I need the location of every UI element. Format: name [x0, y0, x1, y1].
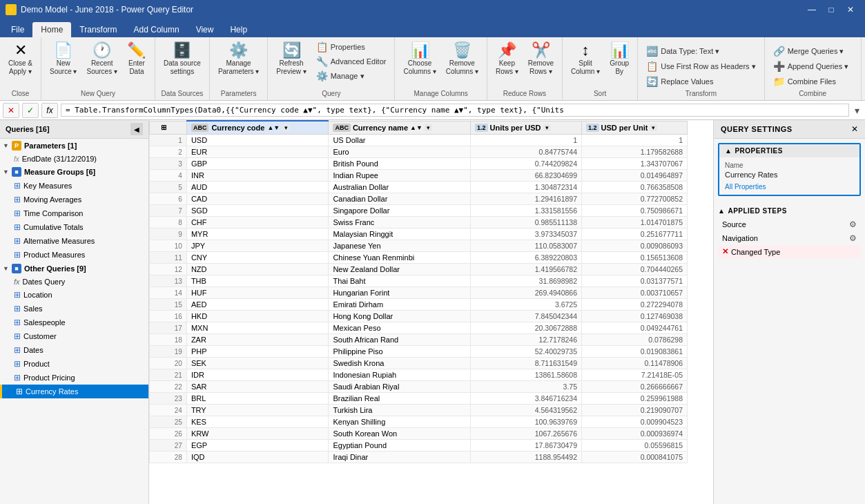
- sidebar-collapse-button[interactable]: ◀: [130, 123, 143, 135]
- sidebar-item-cumulative-totals[interactable]: ⊞ Cumulative Totals: [0, 220, 148, 234]
- col-filter-name[interactable]: ▾: [425, 124, 432, 131]
- advanced-editor-button[interactable]: 🔧 Advanced Editor: [312, 55, 391, 68]
- sidebar-item-location[interactable]: ⊞ Location: [0, 288, 148, 302]
- tab-file[interactable]: File: [3, 22, 32, 37]
- all-properties-link[interactable]: All Properties: [719, 183, 859, 195]
- sidebar-item-salespeople[interactable]: ⊞ Salespeople: [0, 316, 148, 329]
- tab-home[interactable]: Home: [32, 22, 71, 37]
- table-row[interactable]: 8 CHF Swiss Franc 0.985511138 1.01470187…: [150, 217, 688, 229]
- sidebar-item-product-pricing[interactable]: ⊞ Product Pricing: [0, 371, 148, 385]
- merge-queries-button[interactable]: 🔗 Merge Queries ▾: [769, 44, 848, 58]
- table-row[interactable]: 24 TRY Turkish Lira 4.564319562 0.219090…: [150, 405, 688, 416]
- step-source[interactable]: Source ⚙: [718, 217, 861, 231]
- step-changed-type[interactable]: ✕ Changed Type: [718, 245, 861, 258]
- data-source-settings-button[interactable]: 🗄️ Data sourcesettings: [159, 40, 205, 79]
- col-filter-usd[interactable]: ▾: [650, 124, 657, 131]
- close-apply-button[interactable]: ✕ Close &Apply ▾: [4, 40, 37, 79]
- refresh-preview-button[interactable]: 🔄 RefreshPreview ▾: [272, 40, 310, 79]
- table-row[interactable]: 21 IDR Indonesian Rupiah 13861.58608 7.2…: [150, 369, 688, 381]
- tab-transform[interactable]: Transform: [71, 22, 125, 37]
- table-row[interactable]: 5 AUD Australian Dollar 1.304872314 0.76…: [150, 182, 688, 193]
- replace-values-button[interactable]: 🔄 Replace Values: [642, 75, 717, 88]
- table-row[interactable]: 1 USD US Dollar 1 1: [150, 135, 688, 146]
- properties-section-header[interactable]: ▲ PROPERTIES: [719, 144, 859, 157]
- table-row[interactable]: 19 PHP Philippine Piso 52.40029735 0.019…: [150, 346, 688, 358]
- maximize-button[interactable]: □: [822, 3, 840, 17]
- manage-button[interactable]: ⚙️ Manage ▾: [312, 69, 391, 83]
- table-row[interactable]: 22 SAR Saudi Arabian Riyal 3.75 0.266666…: [150, 381, 688, 393]
- table-row[interactable]: 4 INR Indian Rupee 66.82304699 0.0149648…: [150, 170, 688, 182]
- formula-fx-button[interactable]: fx: [41, 103, 58, 118]
- recent-sources-button[interactable]: 🕐 RecentSources ▾: [82, 40, 121, 79]
- minimize-button[interactable]: —: [803, 3, 821, 17]
- table-row[interactable]: 9 MYR Malaysian Ringgit 3.973345037 0.25…: [150, 229, 688, 240]
- table-row[interactable]: 13 THB Thai Baht 31.8698982 0.031377571: [150, 275, 688, 287]
- table-row[interactable]: 16 HKD Hong Kong Dollar 7.845042344 0.12…: [150, 311, 688, 322]
- table-row[interactable]: 2 EUR Euro 0.84775744 1.179582688: [150, 146, 688, 158]
- table-row[interactable]: 10 JPY Japanese Yen 110.0583007 0.009086…: [150, 240, 688, 252]
- sidebar-group-other-queries[interactable]: ▼ ■ Other Queries [9]: [0, 262, 148, 275]
- sidebar-group-measure-groups[interactable]: ▼ ■ Measure Groups [6]: [0, 165, 148, 179]
- sidebar-item-product[interactable]: ⊞ Product: [0, 357, 148, 371]
- col-filter-code[interactable]: ▾: [282, 124, 290, 131]
- applied-steps-header[interactable]: ▲ APPLIED STEPS: [718, 204, 861, 217]
- sidebar-item-enddate[interactable]: fx EndDate (31/12/2019): [0, 153, 148, 165]
- choose-columns-button[interactable]: 📊 ChooseColumns ▾: [399, 40, 440, 79]
- table-row[interactable]: 15 AED Emirati Dirham 3.6725 0.272294078: [150, 299, 688, 311]
- query-settings-close-button[interactable]: ✕: [851, 124, 858, 134]
- table-row[interactable]: 28 IQD Iraqi Dinar 1188.954492 0.0008410…: [150, 452, 688, 463]
- table-row[interactable]: 18 ZAR South African Rand 12.7178246 0.0…: [150, 334, 688, 346]
- table-row[interactable]: 7 SGD Singapore Dollar 1.331581556 0.750…: [150, 205, 688, 217]
- table-row[interactable]: 27 EGP Egyptian Pound 17.86730479 0.0559…: [150, 440, 688, 452]
- new-source-button[interactable]: 📄 NewSource ▾: [46, 40, 81, 79]
- data-type-button[interactable]: 🔤 Data Type: Text ▾: [642, 44, 723, 58]
- table-row[interactable]: 26 KRW South Korean Won 1067.265676 0.00…: [150, 428, 688, 440]
- sidebar-item-dates[interactable]: ⊞ Dates: [0, 343, 148, 357]
- combine-files-button[interactable]: 📁 Combine Files: [769, 75, 840, 88]
- keep-rows-button[interactable]: 📌 KeepRows ▾: [492, 40, 523, 79]
- col-filter-units[interactable]: ▾: [543, 124, 551, 131]
- sidebar-item-key-measures[interactable]: ⊞ Key Measures: [0, 179, 148, 193]
- manage-parameters-button[interactable]: ⚙️ ManageParameters ▾: [214, 40, 263, 79]
- table-row[interactable]: 25 KES Kenyan Shilling 100.9639769 0.009…: [150, 416, 688, 428]
- sidebar-item-customer[interactable]: ⊞ Customer: [0, 329, 148, 343]
- sidebar-item-moving-averages[interactable]: ⊞ Moving Averages: [0, 193, 148, 206]
- col-header-units-per-usd[interactable]: 1.2 Units per USD ▾: [471, 121, 582, 135]
- enter-data-button[interactable]: ✏️ EnterData: [123, 40, 150, 79]
- sidebar-item-alternative-measures[interactable]: ⊞ Alternative Measures: [0, 234, 148, 248]
- sidebar-item-product-measures[interactable]: ⊞ Product Measures: [0, 248, 148, 262]
- table-row[interactable]: 17 MXN Mexican Peso 20.30672888 0.049244…: [150, 322, 688, 334]
- col-header-currency-code[interactable]: ABC Currency code ▲▼ ▾: [186, 121, 329, 135]
- table-row[interactable]: 23 BRL Brazilian Real 3.846716234 0.2599…: [150, 393, 688, 405]
- table-row[interactable]: 20 SEK Swedish Krona 8.711631549 0.11478…: [150, 358, 688, 369]
- group-by-button[interactable]: 📊 GroupBy: [605, 40, 633, 79]
- formula-reject-button[interactable]: ✕: [3, 103, 19, 118]
- first-row-header-button[interactable]: 📋 Use First Row as Headers ▾: [642, 59, 759, 73]
- data-grid-wrapper[interactable]: ⊞ ABC Currency code ▲▼ ▾: [149, 120, 713, 504]
- step-navigation[interactable]: Navigation ⚙: [718, 231, 861, 245]
- split-column-button[interactable]: ↕️ SplitColumn ▾: [567, 40, 604, 79]
- formula-input[interactable]: [61, 104, 849, 117]
- sidebar-item-time-comparison[interactable]: ⊞ Time Comparison: [0, 206, 148, 220]
- tab-help[interactable]: Help: [222, 22, 255, 37]
- formula-expand-icon[interactable]: ▾: [852, 105, 862, 116]
- table-row[interactable]: 12 NZD New Zealand Dollar 1.419566782 0.…: [150, 264, 688, 275]
- step-source-settings-button[interactable]: ⚙: [849, 220, 857, 229]
- step-navigation-settings-button[interactable]: ⚙: [849, 233, 857, 243]
- close-button[interactable]: ✕: [842, 3, 859, 17]
- append-queries-button[interactable]: ➕ Append Queries ▾: [769, 59, 853, 73]
- table-row[interactable]: 11 CNY Chinese Yuan Renminbi 6.389220803…: [150, 252, 688, 264]
- tab-view[interactable]: View: [188, 22, 222, 37]
- table-row[interactable]: 6 CAD Canadian Dollar 1.294161897 0.7727…: [150, 193, 688, 205]
- sidebar-item-dates-query[interactable]: fx Dates Query: [0, 275, 148, 288]
- table-row[interactable]: 3 GBP British Pound 0.744209824 1.343707…: [150, 158, 688, 170]
- sidebar-item-currency-rates[interactable]: ⊞ Currency Rates: [0, 385, 148, 398]
- col-header-usd-per-unit[interactable]: 1.2 USD per Unit ▾: [582, 121, 688, 135]
- remove-rows-button[interactable]: ✂️ RemoveRows ▾: [524, 40, 558, 79]
- col-header-currency-name[interactable]: ABC Currency name ▲▼ ▾: [329, 121, 471, 135]
- properties-button[interactable]: 📋 Properties: [312, 40, 391, 54]
- sidebar-item-sales[interactable]: ⊞ Sales: [0, 302, 148, 316]
- table-row[interactable]: 14 HUF Hungarian Forint 269.4940866 0.00…: [150, 287, 688, 299]
- sidebar-group-parameters[interactable]: ▼ P Parameters [1]: [0, 139, 148, 153]
- formula-accept-button[interactable]: ✓: [22, 103, 39, 118]
